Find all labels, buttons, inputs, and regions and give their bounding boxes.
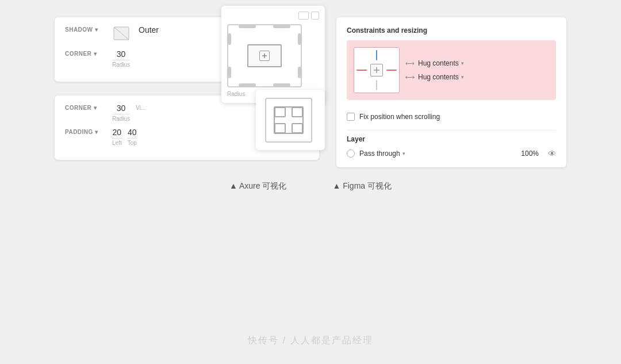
shadow-value-group: Outer bbox=[139, 25, 159, 35]
square-icon bbox=[311, 12, 319, 20]
axure-label: ▲ Axure 可视化 bbox=[229, 181, 286, 191]
figma-label-container: ▲ Figma 可视化 bbox=[332, 181, 392, 191]
corner-label: CORNER ▾ bbox=[65, 49, 106, 57]
hug-x-icon-1: ⟷ bbox=[405, 60, 415, 67]
hug-dropdown-2[interactable]: Hug contents ▾ bbox=[418, 73, 464, 81]
pd-corner-tr bbox=[292, 107, 303, 117]
handle-right-top bbox=[298, 33, 301, 45]
padding-popup bbox=[256, 90, 325, 150]
corner-value-bottom: 30 bbox=[117, 104, 126, 113]
handle-left-bottom bbox=[228, 67, 231, 78]
hug-label-2: Hug contents bbox=[418, 73, 459, 81]
pass-through-label: Pass through bbox=[359, 150, 400, 158]
corner-sublabel-vis: Radius bbox=[227, 91, 245, 97]
layer-row: Pass through ▾ 100% 👁 bbox=[347, 149, 556, 158]
pd-corner-br bbox=[292, 123, 303, 133]
shadow-icon bbox=[112, 25, 133, 44]
center-plus bbox=[259, 51, 270, 61]
padding-left-value: 20 bbox=[113, 128, 122, 137]
fix-position-checkbox[interactable] bbox=[347, 113, 355, 121]
padding-top-sublabel: Top bbox=[128, 138, 137, 146]
hug-chevron-2: ▾ bbox=[461, 74, 464, 80]
axure-label-container: ▲ Axure 可视化 bbox=[229, 181, 286, 191]
bottom-labels: ▲ Axure 可视化 ▲ Figma 可视化 bbox=[229, 181, 392, 191]
fc-line-right bbox=[386, 70, 397, 71]
figma-divider bbox=[347, 130, 556, 131]
constraint-diagram bbox=[227, 24, 302, 87]
corner-label-bottom: CORNER ▾ bbox=[65, 104, 106, 111]
figma-side: Constraints and resizing bbox=[336, 17, 566, 167]
constraints-area: ⟷ Hug contents ▾ ⟷ Hug contents ▾ bbox=[347, 40, 556, 100]
hug-chevron-1: ▾ bbox=[461, 60, 464, 66]
axure-bottom-panel: CORNER ▾ 30 Radius Vi... PADDING ▾ 20 Le… bbox=[55, 95, 319, 160]
vis-top-row bbox=[227, 12, 319, 20]
corner-sublabel-bottom: Radius bbox=[112, 114, 130, 122]
axure-top-panel: SHADOW ▾ Outer CORNER ▾ bbox=[55, 17, 319, 82]
axure-side: SHADOW ▾ Outer CORNER ▾ bbox=[55, 17, 319, 167]
fc-line-bottom bbox=[376, 80, 377, 90]
handle-top-left bbox=[239, 25, 256, 28]
corner-sublabel: Radius bbox=[112, 60, 130, 68]
padding-top-group: 40 Top bbox=[128, 128, 137, 146]
pd-inner bbox=[274, 106, 304, 134]
main-content: SHADOW ▾ Outer CORNER ▾ bbox=[0, 17, 621, 167]
hug-label-1: Hug contents bbox=[418, 59, 459, 67]
shadow-value: Outer bbox=[139, 25, 159, 35]
fix-position-row: Fix position when scrolling bbox=[347, 108, 556, 125]
figma-constraint-box bbox=[354, 47, 400, 93]
constraints-controls: ⟷ Hug contents ▾ ⟷ Hug contents ▾ bbox=[405, 59, 549, 81]
eye-icon[interactable]: 👁 bbox=[548, 149, 556, 158]
shadow-label: SHADOW ▾ bbox=[65, 25, 106, 33]
fc-line-left bbox=[356, 70, 367, 71]
padding-top-value: 40 bbox=[128, 128, 137, 137]
watermark: 快传号 / 人人都是产品经理 bbox=[248, 335, 373, 347]
hug-dropdown-1[interactable]: Hug contents ▾ bbox=[418, 59, 464, 67]
figma-plus-icon bbox=[370, 64, 383, 76]
corner-value: 30 bbox=[117, 49, 126, 59]
handle-right-bottom bbox=[298, 67, 301, 78]
fix-position-label: Fix position when scrolling bbox=[359, 113, 440, 121]
layer-title: Layer bbox=[347, 135, 556, 143]
handle-top-right bbox=[273, 25, 290, 28]
constraint-inner bbox=[247, 44, 282, 67]
layer-circle bbox=[347, 150, 355, 158]
figma-label: ▲ Figma 可视化 bbox=[332, 181, 392, 191]
corner-value-group: 30 Radius bbox=[112, 49, 130, 68]
rect-icon bbox=[298, 12, 309, 20]
pd-outer bbox=[265, 98, 312, 143]
padding-diagram bbox=[263, 95, 315, 144]
pd-corner-tl bbox=[274, 107, 286, 117]
opacity-value: 100% bbox=[521, 150, 539, 158]
visibility-popup: Radius Visibility bbox=[221, 6, 325, 103]
figma-panel: Constraints and resizing bbox=[336, 17, 566, 167]
padding-label: PADDING ▾ bbox=[65, 128, 106, 135]
hug-row-1: ⟷ Hug contents ▾ bbox=[405, 59, 549, 67]
fc-line-top bbox=[376, 50, 377, 60]
pass-through-dropdown[interactable]: Pass through ▾ bbox=[359, 150, 405, 158]
pd-corner-bl bbox=[274, 123, 286, 133]
vi-label: Vi... bbox=[136, 104, 145, 111]
handle-bottom-right bbox=[273, 83, 290, 87]
handle-bottom-left bbox=[239, 83, 256, 87]
handle-left-top bbox=[228, 33, 231, 45]
corner-value-group-bottom: 30 Radius bbox=[112, 104, 130, 122]
hug-x-icon-2: ⟷ bbox=[405, 74, 415, 81]
constraints-title: Constraints and resizing bbox=[347, 26, 556, 35]
hug-row-2: ⟷ Hug contents ▾ bbox=[405, 73, 549, 81]
padding-left-group: 20 Left bbox=[112, 128, 122, 146]
pass-through-chevron: ▾ bbox=[402, 151, 405, 156]
padding-left-sublabel: Left bbox=[112, 138, 122, 146]
